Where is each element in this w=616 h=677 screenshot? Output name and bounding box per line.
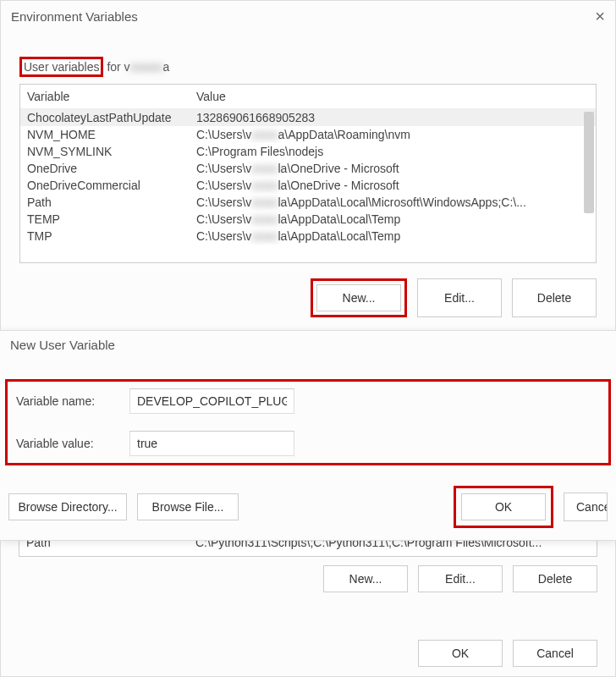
browse-directory-button[interactable]: Browse Directory... — [8, 493, 127, 520]
main-ok-button[interactable]: OK — [418, 640, 503, 667]
close-icon[interactable]: × — [595, 8, 605, 25]
user-variables-table[interactable]: Variable Value ChocolateyLastPathUpdate … — [19, 84, 597, 263]
sub-dialog-title: New User Variable — [0, 331, 616, 359]
scrollbar[interactable] — [584, 112, 594, 213]
table-row[interactable]: OneDriveCommercial C:\Users\voooola\OneD… — [20, 177, 596, 194]
table-row[interactable]: Path C:\Users\voooola\AppData\Local\Micr… — [20, 194, 596, 211]
variable-value-label: Variable value: — [11, 437, 129, 450]
sub-ok-button[interactable]: OK — [461, 493, 546, 520]
sub-cancel-button[interactable]: Cancel — [564, 493, 608, 521]
variable-name-label: Variable name: — [11, 394, 129, 408]
variable-value-input[interactable] — [129, 431, 294, 456]
user-variables-label: User variables for voooooa — [1, 55, 615, 79]
column-header-variable[interactable]: Variable — [20, 85, 190, 109]
table-row[interactable]: ChocolateyLastPathUpdate 132869061668905… — [20, 109, 596, 127]
column-header-value[interactable]: Value — [190, 85, 596, 109]
main-cancel-button[interactable]: Cancel — [513, 640, 597, 667]
variable-form: Variable name: Variable value: — [5, 379, 611, 465]
table-row[interactable]: OneDrive C:\Users\voooola\OneDrive - Mic… — [20, 160, 596, 177]
delete-button[interactable]: Delete — [512, 278, 597, 317]
table-row[interactable]: NVM_HOME C:\Users\vooooa\AppData\Roaming… — [20, 126, 596, 143]
window-title: Environment Variables — [11, 9, 138, 24]
table-row[interactable]: TEMP C:\Users\voooola\AppData\Local\Temp — [20, 211, 596, 228]
table-row[interactable]: NVM_SYMLINK C:\Program Files\nodejs — [20, 143, 596, 160]
system-delete-button[interactable]: Delete — [513, 565, 597, 592]
variable-name-input[interactable] — [129, 388, 294, 414]
system-edit-button[interactable]: Edit... — [418, 565, 503, 592]
system-new-button[interactable]: New... — [323, 565, 408, 592]
new-button[interactable]: New... — [316, 284, 401, 311]
table-row[interactable]: TMP C:\Users\voooola\AppData\Local\Temp — [20, 228, 596, 245]
edit-button[interactable]: Edit... — [417, 278, 502, 317]
browse-file-button[interactable]: Browse File... — [137, 493, 239, 520]
new-user-variable-dialog: New User Variable Variable name: Variabl… — [0, 330, 616, 541]
